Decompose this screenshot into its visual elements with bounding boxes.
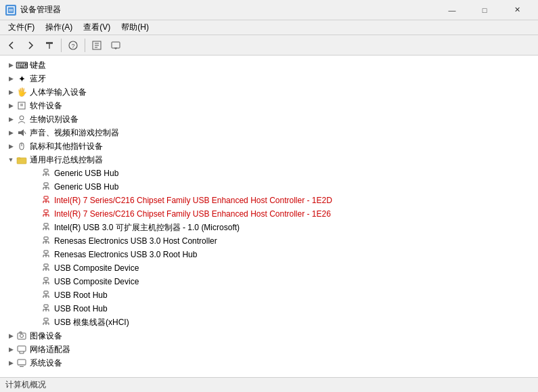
expand-software[interactable]: ▶: [5, 100, 16, 111]
menu-view[interactable]: 查看(V): [78, 20, 116, 35]
tree-item-generic-hub2[interactable]: ▶ Generic USB Hub: [0, 180, 538, 194]
svg-line-20: [24, 131, 26, 134]
tree-item-intel-1e26[interactable]: ▶ Intel(R) 7 Series/C216 Chipset Family …: [0, 207, 538, 221]
close-button[interactable]: ✕: [501, 0, 533, 20]
tree-item-generic-hub1[interactable]: ▶ Generic USB Hub: [0, 167, 538, 180]
svg-rect-11: [112, 42, 120, 48]
title-bar: 设备管理器 — □ ✕: [0, 0, 538, 20]
expand-audio[interactable]: ▶: [5, 127, 16, 138]
software-label: 软件设备: [30, 100, 62, 112]
tree-item-usb-xhci[interactable]: ▶ USB 根集线器(xHCI): [0, 315, 538, 329]
toolbar-sep2: [85, 39, 85, 52]
tree-item-system[interactable]: ▶ 系统设备: [0, 356, 538, 370]
bluetooth-label: 蓝牙: [30, 73, 46, 85]
hid-icon: 🖐: [16, 87, 27, 97]
status-text: 计算机概况: [5, 379, 46, 391]
window-title: 设备管理器: [20, 4, 61, 16]
menu-help[interactable]: 帮助(H): [116, 20, 154, 35]
tree-item-intel-1e2d[interactable]: ▶ Intel(R) 7 Series/C216 Chipset Family …: [0, 194, 538, 207]
monitor-button[interactable]: [107, 37, 125, 53]
expand-bluetooth[interactable]: ▶: [5, 73, 16, 84]
tree-item-bluetooth[interactable]: ▶ ✦ 蓝牙: [0, 72, 538, 85]
usb-xhci-icon: [41, 317, 51, 328]
keyboard-icon: ⌨: [16, 60, 27, 70]
system-icon: [16, 357, 27, 368]
menu-action[interactable]: 操作(A): [40, 20, 78, 35]
up-button[interactable]: [41, 37, 58, 53]
minimize-button[interactable]: —: [436, 0, 468, 20]
svg-point-98: [20, 334, 24, 338]
svg-rect-0: [7, 7, 14, 14]
imaging-icon: [16, 330, 27, 341]
biometric-label: 生物识别设备: [30, 114, 79, 125]
tree-item-renesas-host[interactable]: ▶ Renesas Electronics USB 3.0 Host Contr…: [0, 234, 538, 248]
intel-1e2d-icon: [41, 195, 51, 206]
expand-usb-controllers[interactable]: ▼: [5, 154, 16, 165]
svg-rect-18: [18, 131, 21, 134]
renesas-hub-label: Renesas Electronics USB 3.0 Root Hub: [54, 250, 197, 259]
tree-item-intel-usb3[interactable]: ▶ Intel(R) USB 3.0 可扩展主机控制器 - 1.0 (Micro…: [0, 221, 538, 234]
audio-icon: [16, 127, 27, 138]
menu-bar: 文件(F) 操作(A) 查看(V) 帮助(H): [0, 20, 538, 35]
tree-item-usb-root1[interactable]: ▶ USB Root Hub: [0, 288, 538, 302]
intel-usb3-label: Intel(R) USB 3.0 可扩展主机控制器 - 1.0 (Microso…: [54, 222, 240, 234]
svg-rect-55: [44, 237, 48, 240]
generic-hub2-label: Generic USB Hub: [54, 182, 118, 192]
intel-usb3-icon: [41, 222, 51, 233]
help-button[interactable]: ?: [64, 37, 82, 53]
usb-hub2-icon: [41, 181, 51, 192]
svg-rect-37: [44, 196, 48, 199]
maximize-button[interactable]: □: [469, 0, 500, 20]
expand-hid[interactable]: ▶: [5, 87, 16, 97]
properties-button[interactable]: [88, 37, 106, 53]
usb-hub1-icon: [41, 168, 51, 179]
tree-item-usb-controllers[interactable]: ▼ 通用串行总线控制器: [0, 153, 538, 167]
usb-root1-icon: [41, 290, 51, 301]
svg-rect-67: [44, 264, 48, 267]
tree-item-imaging[interactable]: ▶ 图像设备: [0, 329, 538, 343]
usb-composite2-label: USB Composite Device: [54, 277, 139, 286]
svg-rect-85: [44, 305, 48, 307]
usb-root2-icon: [41, 303, 51, 314]
tree-item-software[interactable]: ▶ 软件设备: [0, 99, 538, 112]
svg-rect-104: [18, 360, 26, 365]
mouse-label: 鼠标和其他指针设备: [30, 141, 103, 152]
tree-item-renesas-hub[interactable]: ▶ Renesas Electronics USB 3.0 Root Hub: [0, 248, 538, 261]
status-bar: 计算机概况: [0, 377, 538, 392]
tree-item-usb-root2[interactable]: ▶ USB Root Hub: [0, 302, 538, 315]
expand-mouse[interactable]: ▶: [5, 141, 16, 152]
tree-item-usb-composite2[interactable]: ▶ USB Composite Device: [0, 275, 538, 288]
usb-folder-icon: [16, 154, 27, 165]
usb-xhci-label: USB 根集线器(xHCI): [54, 317, 129, 328]
tree-item-keyboards[interactable]: ▶ ⌨ 键盘: [0, 58, 538, 72]
svg-rect-31: [44, 183, 48, 186]
title-bar-left: 设备管理器: [5, 4, 61, 16]
svg-text:?: ?: [71, 43, 74, 49]
intel-1e2d-label: Intel(R) 7 Series/C216 Chipset Family US…: [54, 196, 332, 205]
usb-composite1-icon: [41, 263, 51, 274]
expand-system[interactable]: ▶: [5, 357, 16, 368]
software-icon: [16, 100, 27, 111]
back-button[interactable]: [3, 37, 20, 53]
svg-rect-49: [44, 223, 48, 226]
menu-file[interactable]: 文件(F): [3, 20, 40, 35]
svg-rect-3: [46, 42, 53, 44]
hid-label: 人体学输入设备: [30, 87, 87, 98]
tree-view[interactable]: ▶ ⌨ 键盘 ▶ ✦ 蓝牙 ▶ 🖐 人体学输入设备 ▶ 软件设备: [0, 56, 538, 377]
tree-item-audio[interactable]: ▶ 声音、视频和游戏控制器: [0, 126, 538, 139]
expand-biometric[interactable]: ▶: [5, 114, 16, 125]
usb-root1-label: USB Root Hub: [54, 290, 108, 300]
tree-item-network[interactable]: ▶ 网络适配器: [0, 343, 538, 356]
expand-network[interactable]: ▶: [5, 344, 16, 355]
svg-marker-19: [21, 129, 24, 136]
generic-hub1-label: Generic USB Hub: [54, 169, 118, 178]
tree-item-biometric[interactable]: ▶ 生物识别设备: [0, 112, 538, 126]
tree-item-hid[interactable]: ▶ 🖐 人体学输入设备: [0, 85, 538, 99]
expand-imaging[interactable]: ▶: [5, 330, 16, 341]
tree-item-mouse[interactable]: ▶ 鼠标和其他指针设备: [0, 139, 538, 153]
forward-button[interactable]: [22, 37, 39, 53]
intel-1e26-label: Intel(R) 7 Series/C216 Chipset Family US…: [54, 209, 331, 219]
usb-composite1-label: USB Composite Device: [54, 263, 139, 273]
tree-item-usb-composite1[interactable]: ▶ USB Composite Device: [0, 261, 538, 275]
svg-rect-106: [20, 366, 24, 367]
